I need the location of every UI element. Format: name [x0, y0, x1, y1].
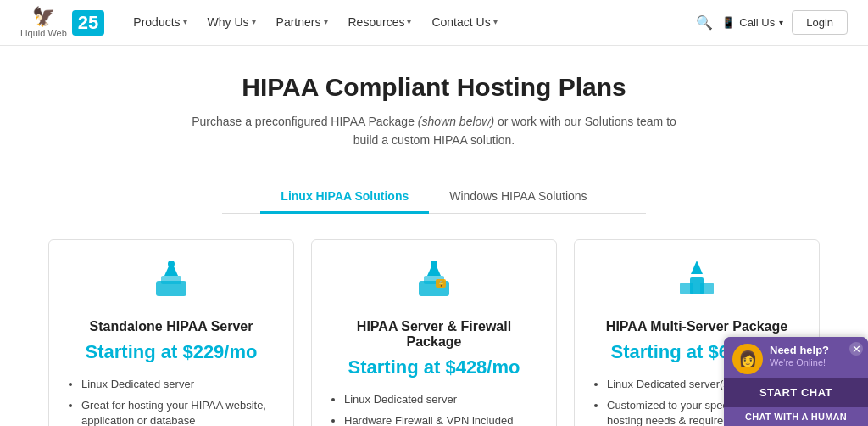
- svg-point-4: [168, 261, 175, 267]
- nav-item-products[interactable]: Products ▾: [125, 0, 195, 46]
- nav-resources-label: Resources: [348, 15, 405, 29]
- chat-avatar: 👩: [732, 344, 763, 374]
- nav-item-partners[interactable]: Partners ▾: [268, 0, 337, 46]
- plan-icon-firewall: 🔒: [329, 257, 539, 307]
- search-icon[interactable]: 🔍: [696, 14, 713, 31]
- plan-price-firewall: Starting at $428/mo: [329, 356, 539, 378]
- svg-marker-16: [691, 261, 703, 274]
- login-button[interactable]: Login: [792, 10, 848, 35]
- list-item: Linux Dedicated server: [81, 377, 276, 392]
- plan-features-standalone: Linux Dedicated server Great for hosting…: [66, 377, 276, 426]
- plan-card-firewall: 🔒 HIPAA Server & Firewall Package Starti…: [311, 239, 557, 426]
- nav-products-label: Products: [133, 15, 180, 29]
- hero-desc-start: Purchase a preconfigured HIPAA Package: [192, 115, 418, 128]
- plan-icon-standalone: [66, 257, 276, 307]
- call-button[interactable]: 📱 Call Us ▾: [721, 16, 783, 29]
- chat-status: We're Online!: [770, 357, 826, 367]
- plans-grid: Standalone HIPAA Server Starting at $229…: [27, 239, 841, 426]
- hero-desc-italic: (shown below): [418, 115, 494, 128]
- logo-text: Liquid Web: [20, 28, 67, 39]
- nav-whyus-label: Why Us: [208, 15, 249, 29]
- svg-point-9: [431, 261, 437, 267]
- plan-title-multiserver: HIPAA Multi-Server Package: [592, 319, 802, 334]
- tab-linux[interactable]: Linux HIPAA Solutions: [260, 181, 429, 214]
- chevron-down-icon: ▾: [324, 17, 328, 26]
- nav-item-resources[interactable]: Resources ▾: [340, 0, 420, 46]
- list-item: Hardware Firewall & VPN included: [344, 413, 539, 426]
- nav-contact-label: Contact Us: [431, 15, 490, 29]
- logo-icon: 🦅: [32, 6, 55, 28]
- plan-features-firewall: Linux Dedicated server Hardware Firewall…: [329, 392, 539, 426]
- chat-bottom-bar[interactable]: CHAT WITH A HUMAN: [724, 407, 868, 426]
- nav-partners-label: Partners: [276, 15, 321, 29]
- call-label: Call Us: [739, 16, 775, 29]
- chat-close-button[interactable]: ✕: [849, 342, 863, 356]
- nav-item-contact[interactable]: Contact Us ▾: [423, 0, 505, 46]
- solution-tabs: Linux HIPAA Solutions Windows HIPAA Solu…: [222, 181, 646, 214]
- list-item: Great for hosting your HIPAA website, ap…: [81, 398, 276, 426]
- tab-windows[interactable]: Windows HIPAA Solutions: [429, 181, 607, 214]
- chevron-down-icon: ▾: [407, 17, 411, 26]
- chat-text: Need help? We're Online!: [770, 344, 829, 368]
- chevron-down-icon: ▾: [183, 17, 187, 26]
- svg-text:🔒: 🔒: [437, 280, 445, 288]
- start-chat-button[interactable]: START CHAT: [724, 378, 868, 407]
- plan-card-standalone: Standalone HIPAA Server Starting at $229…: [48, 239, 294, 426]
- chat-heading: Need help?: [770, 344, 829, 356]
- chevron-down-icon: ▾: [252, 17, 256, 26]
- list-item: Linux Dedicated server: [344, 392, 539, 407]
- nav-item-whyus[interactable]: Why Us ▾: [199, 0, 264, 46]
- navbar: 🦅 Liquid Web 25 Products ▾ Why Us ▾ Part…: [0, 0, 868, 46]
- plan-title-standalone: Standalone HIPAA Server: [66, 319, 276, 334]
- logo: 🦅 Liquid Web 25: [20, 6, 104, 39]
- chat-header: 👩 Need help? We're Online! ✕: [724, 337, 868, 378]
- hero-description: Purchase a preconfigured HIPAA Package (…: [188, 112, 680, 150]
- nav-links: Products ▾ Why Us ▾ Partners ▾ Resources…: [125, 0, 696, 46]
- svg-rect-15: [700, 283, 714, 294]
- chevron-down-icon: ▾: [493, 17, 498, 26]
- chevron-down-icon: ▾: [779, 18, 783, 27]
- phone-icon: 📱: [721, 16, 735, 29]
- plan-icon-multiserver: [592, 257, 802, 307]
- page-title: HIPAA Compliant Hosting Plans: [17, 73, 851, 102]
- chat-widget: 👩 Need help? We're Online! ✕ START CHAT …: [724, 337, 868, 426]
- logo-badge: 25: [72, 10, 104, 36]
- plan-price-standalone: Starting at $229/mo: [66, 341, 276, 363]
- plan-title-firewall: HIPAA Server & Firewall Package: [329, 319, 539, 350]
- hero-section: HIPAA Compliant Hosting Plans Purchase a…: [0, 46, 868, 164]
- nav-actions: 🔍 📱 Call Us ▾ Login: [696, 10, 848, 35]
- svg-rect-2: [161, 276, 181, 284]
